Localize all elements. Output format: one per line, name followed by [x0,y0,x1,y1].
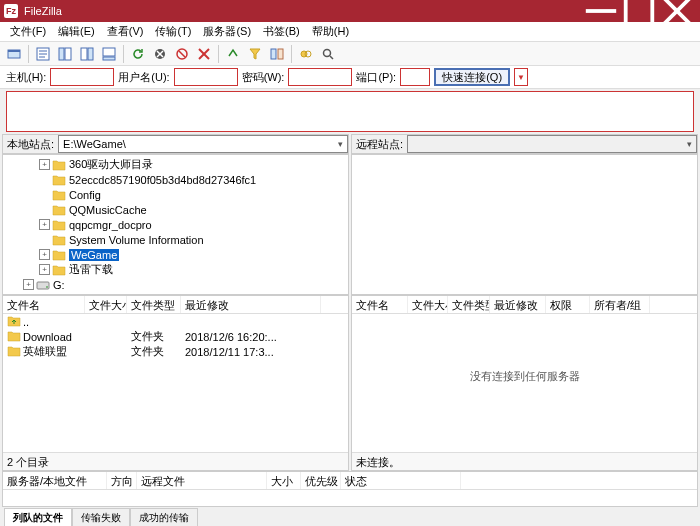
column-header[interactable]: 文件大小 [408,296,448,313]
expand-spacer [39,204,50,215]
minimize-button[interactable] [582,0,620,22]
remote-path-label: 远程站点: [352,137,407,152]
process-queue-icon[interactable] [150,44,170,64]
close-button[interactable] [658,0,696,22]
filter-icon[interactable] [245,44,265,64]
file-name: Download [23,331,72,343]
column-header[interactable]: 文件名 [352,296,408,313]
tree-item[interactable]: +WeGame [3,247,348,262]
maximize-button[interactable] [620,0,658,22]
message-log[interactable] [6,91,694,132]
menu-transfer[interactable]: 传输(T) [149,22,197,41]
menu-server[interactable]: 服务器(S) [197,22,257,41]
tree-item[interactable]: +360驱动大师目录 [3,157,348,172]
tree-item[interactable]: +qqpcmgr_docpro [3,217,348,232]
local-tree[interactable]: +360驱动大师目录52eccdc857190f05b3d4bd8d27346f… [2,154,349,295]
toggle-queue-icon[interactable] [99,44,119,64]
transfer-queue[interactable]: 服务器/本地文件方向远程文件大小优先级状态 [2,471,698,507]
toggle-log-icon[interactable] [33,44,53,64]
svg-rect-5 [8,50,20,52]
toggle-remote-tree-icon[interactable] [77,44,97,64]
column-header[interactable]: 最近修改 [181,296,321,313]
tree-item-label: 360驱动大师目录 [69,157,153,172]
menu-help[interactable]: 帮助(H) [306,22,355,41]
svg-rect-1 [626,0,653,24]
remote-file-list[interactable]: 文件名文件大小文件类型最近修改权限所有者/组 没有连接到任何服务器 未连接。 [351,295,698,471]
folder-icon [52,219,66,231]
expand-toggle[interactable]: + [39,219,50,230]
list-item[interactable]: Download文件夹2018/12/6 16:20:... [3,329,348,344]
quickconnect-dropdown[interactable]: ▼ [514,68,528,86]
tree-item[interactable]: 52eccdc857190f05b3d4bd8d27346fc1 [3,172,348,187]
svg-rect-23 [271,49,276,59]
expand-spacer [39,234,50,245]
tree-item-label: 迅雷下载 [69,262,113,277]
quickconnect-button[interactable]: 快速连接(Q) [434,68,510,86]
remote-tree[interactable] [351,154,698,295]
tree-item[interactable]: +迅雷下载 [3,262,348,277]
cancel-icon[interactable] [172,44,192,64]
expand-toggle[interactable]: + [23,279,34,290]
tree-item[interactable]: System Volume Information [3,232,348,247]
local-path-input[interactable]: E:\WeGame\▾ [58,135,348,153]
column-header[interactable]: 所有者/组 [590,296,650,313]
column-header[interactable]: 状态 [341,472,461,489]
local-file-list[interactable]: 文件名文件大小文件类型最近修改 ..Download文件夹2018/12/6 1… [2,295,349,471]
column-header[interactable]: 权限 [546,296,590,313]
svg-line-20 [179,51,185,57]
search-icon[interactable] [318,44,338,64]
host-input[interactable] [50,68,114,86]
list-item[interactable]: .. [3,314,348,329]
column-header[interactable]: 服务器/本地文件 [3,472,107,489]
menu-edit[interactable]: 编辑(E) [52,22,101,41]
svg-rect-24 [278,49,283,59]
column-header[interactable]: 远程文件 [137,472,267,489]
column-header[interactable]: 文件类型 [448,296,490,313]
menu-view[interactable]: 查看(V) [101,22,150,41]
menu-bar: 文件(F) 编辑(E) 查看(V) 传输(T) 服务器(S) 书签(B) 帮助(… [0,22,700,42]
remote-list-body[interactable]: 没有连接到任何服务器 [352,314,697,452]
local-list-body[interactable]: ..Download文件夹2018/12/6 16:20:...英雄联盟文件夹2… [3,314,348,452]
reconnect-icon[interactable] [223,44,243,64]
column-header[interactable]: 最近修改 [490,296,546,313]
remote-path-input[interactable]: ▾ [407,135,697,153]
chevron-down-icon: ▾ [338,139,343,149]
password-input[interactable] [288,68,352,86]
queue-body[interactable] [3,490,697,506]
window-title: FileZilla [24,5,582,17]
tab-queued[interactable]: 列队的文件 [4,508,72,526]
menu-bookmarks[interactable]: 书签(B) [257,22,306,41]
tree-item[interactable]: +G: [3,277,348,292]
refresh-icon[interactable] [128,44,148,64]
column-header[interactable]: 大小 [267,472,301,489]
sync-browse-icon[interactable] [296,44,316,64]
local-status: 2 个目录 [3,452,348,470]
list-item[interactable]: 英雄联盟文件夹2018/12/11 17:3... [3,344,348,359]
tab-failed[interactable]: 传输失败 [72,508,130,526]
column-header[interactable]: 文件名 [3,296,85,313]
svg-line-28 [330,56,333,59]
tab-successful[interactable]: 成功的传输 [130,508,198,526]
toggle-local-tree-icon[interactable] [55,44,75,64]
column-header[interactable]: 文件类型 [127,296,181,313]
expand-toggle[interactable]: + [39,249,50,260]
compare-icon[interactable] [267,44,287,64]
folder-icon [52,189,66,201]
expand-toggle[interactable]: + [39,264,50,275]
menu-file[interactable]: 文件(F) [4,22,52,41]
window-titlebar: Fz FileZilla [0,0,700,22]
tree-item[interactable]: QQMusicCache [3,202,348,217]
tree-item[interactable]: Config [3,187,348,202]
port-input[interactable] [400,68,430,86]
folder-icon [52,174,66,186]
svg-point-27 [324,49,331,56]
queue-header: 服务器/本地文件方向远程文件大小优先级状态 [3,472,697,490]
disconnect-icon[interactable] [194,44,214,64]
column-header[interactable]: 优先级 [301,472,341,489]
column-header[interactable]: 方向 [107,472,137,489]
username-input[interactable] [174,68,238,86]
column-header[interactable]: 文件大小 [85,296,127,313]
site-manager-icon[interactable] [4,44,24,64]
svg-rect-14 [103,48,115,56]
expand-toggle[interactable]: + [39,159,50,170]
